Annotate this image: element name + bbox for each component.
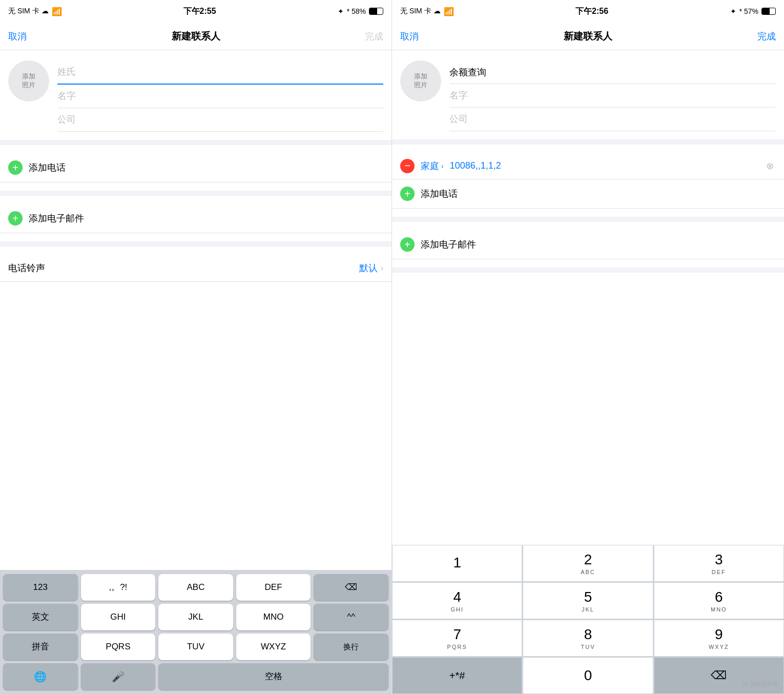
key-punct[interactable]: ,。?!: [81, 574, 156, 601]
key-caps[interactable]: ^^: [314, 604, 388, 630]
numkey-2[interactable]: 2 ABC: [523, 545, 653, 582]
key-pqrs[interactable]: PQRS: [81, 634, 156, 660]
phone-row-right: − 家庭 › ⊗: [392, 153, 784, 179]
ringtone-chevron-left: ›: [381, 263, 383, 273]
add-email-label-right: 添加电子邮件: [421, 238, 476, 251]
numkey-3[interactable]: 3 DEF: [654, 545, 784, 582]
status-right-right: ✦ * 57%: [730, 7, 776, 15]
time-right: 下午2:56: [575, 6, 608, 17]
screen-left: 无 SIM 卡 ☁ 📶 下午2:55 ✦ * 58% 取消 新建联系人 完成 添…: [0, 0, 392, 694]
photo-name-section-left: 添加 照片: [0, 50, 391, 108]
add-photo-label-right: 添加 照片: [414, 72, 427, 90]
status-bar-left: 无 SIM 卡 ☁ 📶 下午2:55 ✦ * 58%: [0, 0, 391, 23]
phone-number-input-right[interactable]: [450, 153, 764, 178]
clear-phone-button-right[interactable]: ⊗: [764, 158, 776, 174]
numkey-7-num: 7: [453, 626, 461, 643]
numkey-symbols[interactable]: +*#: [392, 657, 522, 694]
numkey-9-num: 9: [715, 626, 723, 643]
lastname-input-right[interactable]: [449, 60, 776, 84]
key-space[interactable]: 空格: [158, 663, 388, 690]
numkey-7[interactable]: 7 PQRS: [392, 620, 522, 657]
watermark: W 无极安卓网: [743, 680, 778, 688]
firstname-input-left[interactable]: [57, 85, 383, 108]
keyboard-row1-left: 123 ,。?! ABC DEF ⌫ 英文 GHI JKL MNO ^^ 拼音 …: [0, 570, 391, 694]
key-return[interactable]: 换行: [314, 634, 388, 660]
status-left-right: 无 SIM 卡 ☁ 📶: [400, 7, 454, 16]
add-phone-row-right[interactable]: + 添加电话: [392, 179, 784, 209]
firstname-input-right[interactable]: [449, 84, 776, 108]
cancel-button-left[interactable]: 取消: [8, 30, 27, 43]
phone-type-chevron-right: ›: [441, 162, 444, 170]
photo-name-section-right: 添加 照片: [392, 50, 784, 108]
key-pinyin[interactable]: 拼音: [3, 634, 78, 660]
ringtone-right-left: 默认 ›: [359, 262, 383, 274]
numkey-6[interactable]: 6 MNO: [654, 582, 784, 619]
key-mno[interactable]: MNO: [236, 604, 311, 630]
key-wxyz[interactable]: WXYZ: [236, 634, 311, 660]
ringtone-row-left[interactable]: 电话铃声 默认 ›: [0, 255, 391, 282]
add-phone-label-right: 添加电话: [421, 188, 458, 200]
battery-left: * 58%: [347, 7, 366, 15]
numkey-1[interactable]: 1: [392, 545, 522, 582]
numkey-8[interactable]: 8 TUV: [523, 620, 653, 657]
company-input-right[interactable]: [449, 108, 776, 131]
numkey-5[interactable]: 5 JKL: [523, 582, 653, 619]
numkey-5-num: 5: [584, 589, 592, 605]
bluetooth-icon-left: ✦: [338, 7, 344, 15]
ringtone-label-left: 电话铃声: [8, 262, 45, 274]
remove-phone-button-right[interactable]: −: [400, 159, 415, 173]
divider2-left: [0, 191, 391, 196]
lastname-input-left[interactable]: [57, 60, 383, 85]
numkey-2-num: 2: [584, 552, 592, 568]
key-english[interactable]: 英文: [3, 604, 78, 630]
numkey-6-num: 6: [715, 589, 723, 605]
key-def[interactable]: DEF: [236, 574, 311, 601]
phone-label-section-right[interactable]: 家庭 ›: [421, 160, 444, 172]
key-delete[interactable]: ⌫: [314, 574, 388, 601]
done-button-right[interactable]: 完成: [757, 30, 776, 43]
wifi-icon-left: 📶: [52, 7, 62, 16]
cancel-button-right[interactable]: 取消: [400, 30, 419, 43]
key-jkl[interactable]: JKL: [158, 604, 233, 630]
add-email-icon-left: +: [8, 211, 23, 226]
divider1-right: [392, 139, 784, 145]
add-photo-button-left[interactable]: 添加 照片: [8, 60, 49, 101]
keyboard-numpad-right: 1 2 ABC 3 DEF 4 GHI 5 JKL 6 MNO 7 PQRS: [392, 545, 784, 694]
sim-status-right: 无 SIM 卡 ☁: [400, 7, 441, 16]
add-phone-icon-right: +: [400, 187, 415, 201]
numkey-6-sub: MNO: [711, 606, 727, 613]
company-input-left[interactable]: [57, 108, 383, 132]
done-button-left[interactable]: 完成: [365, 30, 383, 43]
divider3-right: [392, 268, 784, 273]
numkey-4-num: 4: [453, 589, 461, 605]
numkey-symbols-num: +*#: [449, 670, 465, 682]
key-ghi[interactable]: GHI: [81, 604, 156, 630]
add-phone-row-left[interactable]: + 添加电话: [0, 153, 391, 182]
numkey-4[interactable]: 4 GHI: [392, 582, 522, 619]
status-left-left: 无 SIM 卡 ☁ 📶: [8, 7, 62, 16]
name-fields-left: [57, 60, 383, 108]
add-email-label-left: 添加电子邮件: [29, 212, 84, 224]
numkey-0[interactable]: 0: [523, 657, 653, 694]
key-mic[interactable]: 🎤: [81, 663, 156, 690]
key-abc[interactable]: ABC: [158, 574, 233, 601]
numkey-delete-icon: ⌫: [711, 669, 727, 682]
numkey-3-sub: DEF: [712, 569, 726, 575]
key-globe[interactable]: 🌐: [3, 663, 78, 690]
add-email-row-left[interactable]: + 添加电子邮件: [0, 204, 391, 233]
add-phone-label-left: 添加电话: [29, 161, 66, 174]
numkey-4-sub: GHI: [450, 606, 464, 613]
numkey-9[interactable]: 9 WXYZ: [654, 620, 784, 657]
status-right-left: ✦ * 58%: [338, 7, 383, 15]
keyboard-left: 123 ,。?! ABC DEF ⌫ 英文 GHI JKL MNO ^^ 拼音 …: [0, 570, 391, 694]
key-123[interactable]: 123: [3, 574, 78, 601]
key-tuv[interactable]: TUV: [158, 634, 233, 660]
numkey-delete[interactable]: ⌫: [654, 657, 784, 694]
numkey-2-sub: ABC: [581, 569, 595, 575]
add-photo-button-right[interactable]: 添加 照片: [400, 60, 441, 101]
add-email-row-right[interactable]: + 添加电子邮件: [392, 230, 784, 259]
divider1-left: [0, 140, 391, 145]
add-phone-icon-left: +: [8, 160, 23, 175]
numkey-1-num: 1: [453, 555, 461, 571]
numkey-7-sub: PQRS: [447, 644, 467, 650]
